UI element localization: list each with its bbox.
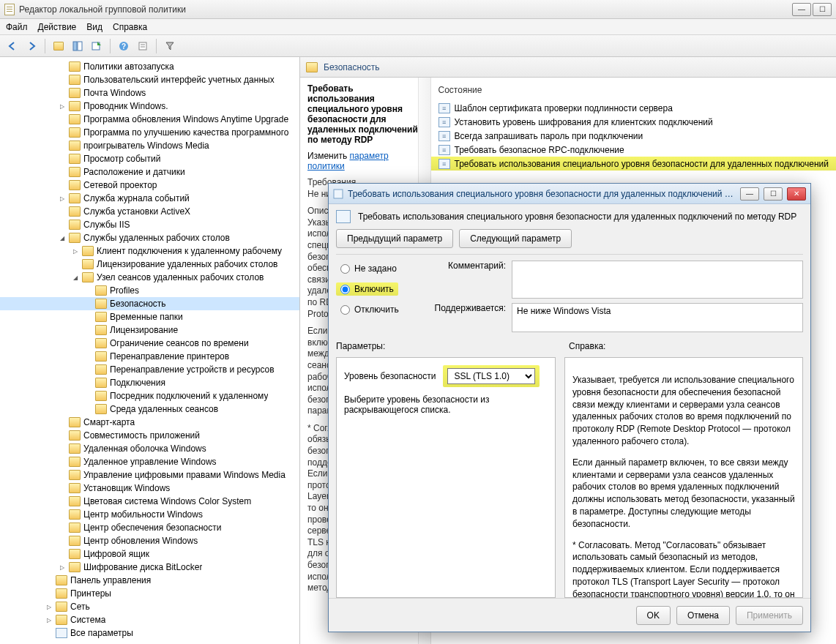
radio-enabled[interactable]: Включить [336,282,398,296]
dialog-close-button[interactable]: ✕ [787,187,806,201]
tree-item[interactable]: проигрыватель Windows Media [0,139,299,152]
tree-item[interactable]: Удаленная оболочка Windows [0,442,299,455]
export-button[interactable] [89,38,105,54]
back-button[interactable] [4,38,20,54]
tree-item[interactable]: Лицензирование [0,323,299,337]
tree-item[interactable]: ◢Службы удаленных рабочих столов [0,231,299,244]
tree-item[interactable]: Среда удаленных сеансов [0,402,299,416]
tree-item[interactable]: Просмотр событий [0,152,299,165]
menu-help[interactable]: Справка [113,22,147,32]
ok-button[interactable]: OK [636,606,671,625]
menu-view[interactable]: Вид [86,22,102,32]
tree-item[interactable]: Установщик Windows [0,482,299,495]
setting-item[interactable]: Установить уровень шифрования для клиент… [431,115,836,129]
tree-item[interactable]: ▷Клиент подключения к удаленному рабочем… [0,244,299,258]
tree-item[interactable]: Центр мобильности Windows [0,508,299,521]
tree-item[interactable]: Сетевой проектор [0,179,299,192]
tree-item[interactable]: Все параметры [0,626,299,640]
tree-item[interactable]: Ограничение сеансов по времени [0,337,299,350]
dialog-minimize-button[interactable]: — [740,187,759,201]
tree-item[interactable]: Службы IIS [0,218,299,231]
tree-item[interactable]: Profiles [0,284,299,297]
tree-item[interactable]: ▷Шифрование диска BitLocker [0,561,299,574]
comment-textarea[interactable] [512,261,803,299]
expand-arrow-icon[interactable]: ◢ [72,274,79,281]
folder-icon [82,259,94,269]
expand-arrow-icon[interactable]: ▷ [59,195,66,202]
tree-item-label: Цветовая система Windows Color System [83,496,251,506]
tree-item[interactable]: ◢Узел сеансов удаленных рабочих столов [0,271,299,284]
section-title: Безопасность [324,62,380,72]
expand-arrow-icon[interactable]: ▷ [45,603,53,610]
tree-item[interactable]: Пользовательский интерфейс учетных данны… [0,73,299,86]
setting-item[interactable]: Требовать безопасное RPC-подключение [431,143,836,157]
tree-item[interactable]: Программа обновления Windows Anytime Upg… [0,113,299,126]
expand-arrow-icon[interactable]: ▷ [72,247,79,255]
up-level-button[interactable] [51,38,67,54]
tree-item[interactable]: Перенаправление устройств и ресурсов [0,363,299,376]
previous-setting-button[interactable]: Предыдущий параметр [336,229,453,248]
tree-item[interactable]: Подключения [0,376,299,389]
tree-item[interactable]: Центр обновления Windows [0,534,299,547]
tree-item[interactable]: Совместимость приложений [0,429,299,442]
menu-file[interactable]: Файл [6,22,28,32]
radio-not-configured[interactable]: Не задано [340,263,417,274]
tree-item[interactable]: Политики автозапуска [0,60,299,73]
tree-item[interactable]: Безопасность [0,297,299,310]
expand-arrow-icon [59,550,66,558]
tree-item[interactable]: Принтеры [0,587,299,600]
expand-arrow-icon [85,313,92,321]
next-setting-button[interactable]: Следующий параметр [459,229,572,248]
help-button[interactable]: ? [116,38,132,54]
setting-item[interactable]: Всегда запрашивать пароль при подключени… [431,129,836,143]
folder-icon [69,443,81,454]
tree-item[interactable]: Перенаправление принтеров [0,350,299,363]
expand-arrow-icon[interactable]: ▷ [59,102,66,110]
filter-button[interactable] [162,38,178,54]
dialog-titlebar[interactable]: Требовать использования специального уро… [329,184,810,204]
tree-item[interactable]: Посредник подключений к удаленному [0,389,299,402]
maximize-button[interactable]: ☐ [813,3,832,16]
radio-disabled[interactable]: Отключить [340,304,417,315]
folder-icon [95,404,107,414]
expand-arrow-icon[interactable]: ▷ [59,564,66,571]
expand-arrow-icon [59,63,66,70]
cancel-button[interactable]: Отмена [676,606,730,625]
tree-item[interactable]: Служба установки ActiveX [0,205,299,218]
tree-item[interactable]: Смарт-карта [0,416,299,429]
minimize-button[interactable]: — [792,3,811,16]
expand-arrow-icon[interactable]: ◢ [59,234,66,242]
tree-item[interactable]: Управление цифровыми правами Windows Med… [0,468,299,482]
policy-tree[interactable]: Политики автозапускаПользовательский инт… [0,57,300,644]
tree-item[interactable]: Центр обеспечения безопасности [0,521,299,534]
tree-item[interactable]: ▷Служба журнала событий [0,192,299,205]
tree-item-label: Службы удаленных рабочих столов [83,233,230,243]
security-level-select[interactable]: SSL (TLS 1.0) [447,368,535,384]
menu-action[interactable]: Действие [38,22,77,32]
apply-button[interactable]: Применить [736,606,803,625]
tree-item[interactable]: Удаленное управление Windows [0,455,299,468]
settings-column-header[interactable]: Состояние [431,82,836,101]
tree-item[interactable]: Панель управления [0,574,299,587]
tree-item[interactable]: ▷Сеть [0,600,299,613]
tree-item-label: Программа обновления Windows Anytime Upg… [83,114,288,124]
tree-item-label: Сетевой проектор [83,180,157,190]
tree-item[interactable]: Почта Windows [0,86,299,100]
setting-item[interactable]: Шаблон сертификата проверки подлинности … [431,101,836,115]
tree-item-label: Почта Windows [83,88,146,98]
tree-item[interactable]: Цветовая система Windows Color System [0,495,299,508]
expand-arrow-icon [85,287,92,294]
show-hide-tree-button[interactable] [70,38,86,54]
tree-item[interactable]: Лицензирование удаленных рабочих столов [0,258,299,271]
tree-item[interactable]: ▷Проводник Windows. [0,100,299,113]
dialog-maximize-button[interactable]: ☐ [764,187,783,201]
setting-item[interactable]: Требовать использования специального уро… [431,157,836,171]
properties-button[interactable] [135,38,151,54]
tree-item[interactable]: ▷Система [0,613,299,626]
tree-item[interactable]: Цифровой ящик [0,547,299,561]
forward-button[interactable] [23,38,40,54]
tree-item[interactable]: Временные папки [0,310,299,323]
tree-item[interactable]: Расположение и датчики [0,165,299,179]
expand-arrow-icon[interactable]: ▷ [45,616,53,624]
tree-item[interactable]: Программа по улучшению качества программ… [0,126,299,139]
